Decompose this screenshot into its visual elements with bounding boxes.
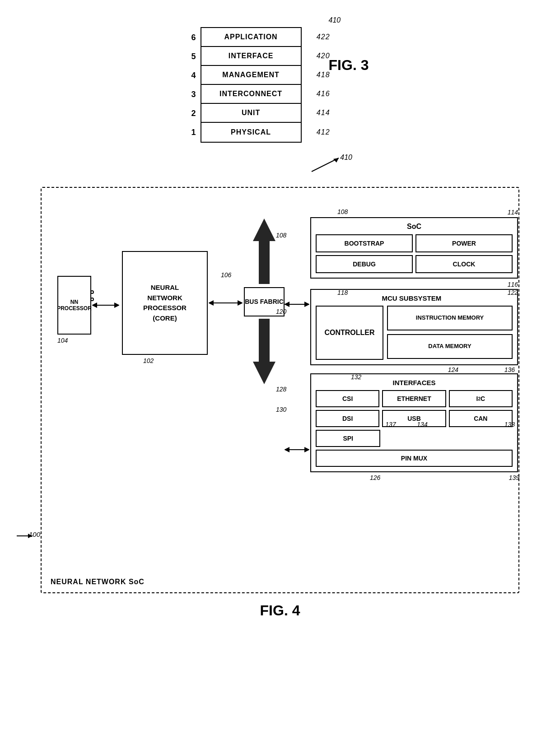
int-ref-134: 134 — [417, 421, 427, 428]
layer-number-6: 6 — [191, 28, 196, 47]
soc-ref-108a: 108 — [337, 208, 348, 215]
fig3-right-section: 410 FIG. 3 — [329, 27, 369, 74]
layer-interconnect: INTERCONNECT 416 — [201, 85, 301, 104]
layer-number-3: 3 — [191, 85, 196, 104]
arrow-nn-to-nnpcore-icon — [92, 301, 119, 310]
soc-cell-power: POWER — [415, 234, 513, 252]
fig4-title: FIG. 4 — [32, 602, 528, 619]
bus-fabric-ref-106: 106 — [221, 271, 231, 279]
big-down-arrow-icon — [253, 319, 275, 384]
layer-number-2: 2 — [191, 104, 196, 123]
layer-ref-418: 418 — [317, 71, 330, 79]
interface-dsi: DSI — [316, 410, 379, 427]
fig3-diagram: 6 5 4 3 2 1 APPLICATION 422 INTERFACE 42… — [18, 27, 542, 143]
int-ref-126: 126 — [370, 474, 380, 481]
int-ref-137: 137 — [385, 421, 396, 428]
int-ref-138: 138 — [504, 421, 515, 428]
pin-mux-box: PIN MUX — [316, 450, 513, 467]
fig4-diagram: 100 NNPROCESSOR 104 — [32, 187, 528, 619]
layer-ref-416: 416 — [317, 90, 330, 98]
soc-cells-grid: BOOTSTRAP POWER DEBUG CLOCK — [316, 234, 513, 273]
svg-marker-10 — [253, 219, 275, 284]
soc-ref-108b: 108 — [276, 232, 286, 239]
layer-management: MANAGEMENT 418 — [201, 66, 301, 85]
interfaces-box: 128 130 INTERFACES CSI ETHERNET I2C DSI … — [310, 373, 518, 472]
fig3-outer-ref: 410 — [329, 16, 341, 24]
nnp-core-box: NEURALNETWORKPROCESSOR(CORE) — [122, 251, 208, 355]
ref-116: 116 — [310, 281, 520, 288]
fig4-ref-arrow-icon — [14, 529, 37, 543]
spi-ref-area: 137 134 138 — [383, 430, 513, 447]
soc-cell-clock: CLOCK — [415, 255, 513, 273]
layer-interface: INTERFACE 420 — [201, 47, 301, 66]
right-section: 108 114 108 SoC BOOTSTRAP POWER DEBUG CL… — [310, 208, 520, 472]
mcu-ref-124: 124 — [448, 366, 458, 373]
layer-ref-414: 414 — [317, 109, 330, 117]
layer-number-5: 5 — [191, 47, 196, 66]
soc-title: SoC — [316, 223, 513, 231]
instruction-memory-box: INSTRUCTION MEMORY — [387, 306, 513, 330]
mcu-memory-col: INSTRUCTION MEMORY DATA MEMORY — [387, 306, 513, 360]
layer-physical: PHYSICAL 412 — [201, 123, 301, 142]
fig3-layer-stack: APPLICATION 422 INTERFACE 420 MANAGEMENT… — [201, 27, 302, 143]
mcu-inner: CONTROLLER INSTRUCTION MEMORY DATA MEMOR… — [316, 306, 513, 360]
interface-can: CAN — [449, 410, 513, 427]
interfaces-title: INTERFACES — [316, 379, 513, 386]
svg-marker-3 — [28, 534, 33, 538]
interfaces-row3: SPI 137 134 138 — [316, 430, 513, 447]
nn-processor-label: NNPROCESSOR — [57, 299, 92, 312]
fig3-outer-ref-label: 410 — [340, 154, 352, 162]
interface-csi: CSI — [316, 390, 379, 407]
layer-ref-412: 412 — [317, 128, 330, 136]
connector-dot-1 — [90, 290, 94, 294]
int-ref-128: 128 — [276, 386, 286, 393]
fig3-layers-section: 6 5 4 3 2 1 APPLICATION 422 INTERFACE 42… — [191, 27, 302, 143]
interface-ethernet: ETHERNET — [382, 390, 446, 407]
nnp-core-label: NEURALNETWORKPROCESSOR(CORE) — [143, 283, 187, 323]
nn-processor-ref: 104 — [57, 337, 68, 344]
data-memory-box: DATA MEMORY — [387, 334, 513, 359]
layer-number-1: 1 — [191, 123, 196, 142]
layer-application: APPLICATION 422 — [201, 28, 301, 47]
fig4-inner-layout: NNPROCESSOR 104 — [55, 201, 505, 572]
soc-ref-114: 114 — [508, 209, 518, 216]
arrow-bus-to-interfaces-icon — [285, 445, 309, 454]
interfaces-row1: CSI ETHERNET I2C — [316, 390, 513, 407]
layer-number-4: 4 — [191, 66, 196, 85]
connector-dots — [90, 290, 94, 301]
soc-cell-debug: DEBUG — [316, 255, 413, 273]
big-up-arrow-icon — [253, 219, 275, 284]
layer-ref-422: 422 — [317, 33, 330, 41]
controller-box: CONTROLLER — [316, 306, 383, 360]
fig3-numbers: 6 5 4 3 2 1 — [191, 27, 196, 142]
soc-cell-bootstrap: BOOTSTRAP — [316, 234, 413, 252]
int-ref-130: 130 — [276, 406, 286, 413]
arrow-bus-to-mcu-icon — [285, 300, 309, 309]
arrow-nnpcore-to-bus-icon — [209, 298, 243, 307]
mcu-ref-136: 136 — [504, 366, 515, 373]
int-ref-139: 139 — [509, 474, 519, 481]
fig4-outer-label: NEURAL NETWORK SoC — [51, 578, 145, 586]
interface-i2c: I2C — [449, 390, 513, 407]
fig4-outer-box: 100 NNPROCESSOR 104 — [41, 187, 519, 593]
nnp-core-ref: 102 — [143, 357, 154, 364]
mcu-ref-120: 120 — [276, 308, 286, 315]
nn-processor-box: NNPROCESSOR — [57, 276, 91, 335]
svg-marker-11 — [253, 319, 275, 384]
interfaces-row2: DSI USB CAN — [316, 410, 513, 427]
soc-ref-row: 108 114 — [310, 208, 520, 216]
layer-ref-420: 420 — [317, 52, 330, 60]
soc-box: 108 SoC BOOTSTRAP POWER DEBUG CLOCK — [310, 217, 518, 279]
fig3-ref-410-area: 410 — [307, 154, 352, 178]
mcu-title: MCU SUBSYSTEM — [316, 294, 513, 302]
mcu-box: 120 MCU SUBSYSTEM CONTROLLER INSTRUCTION… — [310, 289, 518, 365]
fig3-title: FIG. 3 — [329, 57, 369, 74]
layer-unit: UNIT 414 — [201, 104, 301, 123]
bus-fabric-label: BUS FABRIC — [245, 298, 284, 306]
interface-spi: SPI — [316, 430, 380, 447]
